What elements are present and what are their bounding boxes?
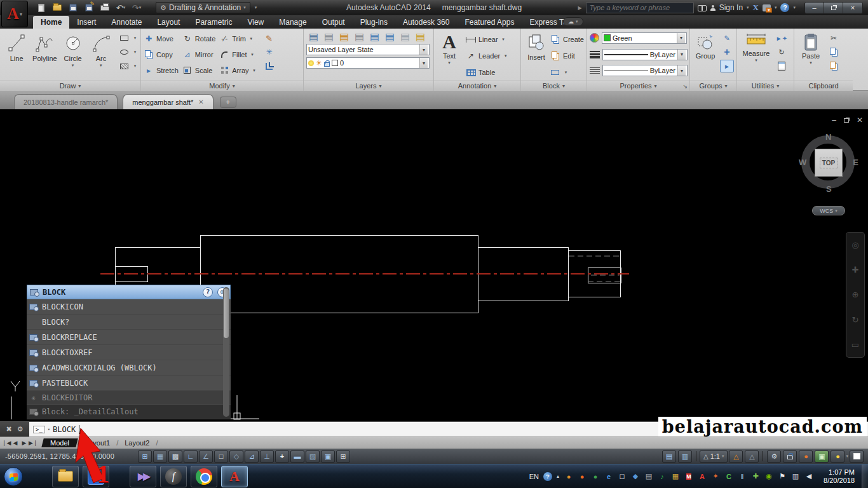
hardware-acceleration-icon[interactable]: ▣ (815, 451, 829, 463)
tray-battery-shield-icon[interactable]: ✚ (750, 471, 761, 482)
layout1-tab[interactable]: Layout1 (79, 439, 116, 447)
annotation-scale-button[interactable]: △ 1:1 ▾ (700, 451, 728, 463)
show-desktop-button[interactable] (862, 464, 868, 488)
layer-unisolate-icon[interactable]: ▤ (383, 30, 397, 42)
layer-properties-icon[interactable]: ▤ (306, 30, 321, 42)
isolate-objects-icon[interactable]: ● (799, 451, 813, 463)
panel-launcher-icon[interactable]: ↘ (682, 83, 688, 90)
next-layout-button[interactable]: ▶ (20, 440, 29, 446)
move-button[interactable]: ✚Move (144, 30, 179, 46)
help-button[interactable]: ? (780, 3, 789, 12)
lineweight-combo[interactable]: ByLayer ▾ (602, 49, 688, 60)
app-menu-button[interactable]: A▾ (1, 1, 28, 27)
chevron-down-icon[interactable]: ▾ (775, 5, 777, 10)
suggestion-item-disabled[interactable]: Block: _DetailCallout (27, 405, 231, 419)
chevron-down-icon[interactable]: ▾ (501, 37, 506, 42)
undo-button[interactable]: ↶▾ (115, 3, 126, 13)
suggestion-item[interactable]: BLOCKICON (27, 299, 231, 315)
autodesk-360-icon[interactable] (763, 4, 771, 11)
wcs-button[interactable]: WCS▾ (812, 206, 845, 215)
tray-signal-icon[interactable]: ‖ (737, 471, 747, 482)
plot-button[interactable] (99, 3, 111, 13)
compass-west[interactable]: W (799, 158, 806, 167)
ribbon-tab[interactable]: Layout (149, 16, 187, 29)
quick-view-layouts-icon[interactable]: ▥ (678, 451, 692, 463)
ribbon-tab[interactable]: Featured Apps (457, 16, 522, 29)
cut-button[interactable]: ✂ (827, 32, 841, 44)
transparency-icon[interactable]: ▨ (306, 451, 320, 463)
create-block-button[interactable]: Create (550, 32, 584, 47)
workspace-switcher[interactable]: ⚙ Drafting & Annotation ▾ (156, 2, 250, 13)
file-tab-active[interactable]: menggambar shaft*✕ (123, 94, 213, 109)
tray-flag-icon[interactable]: ⚑ (777, 471, 787, 482)
panel-label-layers[interactable]: Layers▾ (304, 80, 433, 91)
attribute-button[interactable]: ▾ (550, 65, 584, 80)
infer-constraints-icon[interactable]: ⊞ (138, 451, 152, 463)
connect-dropdown-button[interactable]: ☁︎▾ (563, 17, 583, 26)
minimize-button[interactable]: – (805, 3, 824, 13)
snap-mode-icon[interactable]: ▦ (153, 451, 167, 463)
chevron-down-icon[interactable]: ▾ (252, 68, 257, 73)
popup-scrollbar[interactable] (223, 287, 229, 417)
tray-calendar-icon[interactable]: ▦ (670, 471, 681, 482)
grid-display-icon[interactable]: ▩ (168, 451, 182, 463)
layer-freeze-icon[interactable]: ▤ (398, 30, 412, 42)
linear-dimension-button[interactable]: Linear▾ (466, 32, 508, 47)
new-drawing-tab-button[interactable]: + (220, 97, 236, 108)
object-snap-tracking-icon[interactable]: ⊿ (245, 451, 259, 463)
qat-customize-button[interactable]: ▾ (255, 5, 257, 10)
circle-button[interactable]: Circle ▾ (59, 30, 87, 79)
copy-clip-button[interactable] (827, 46, 841, 58)
tray-globe-icon[interactable]: ● (590, 471, 600, 482)
rectangle-button[interactable] (117, 32, 131, 44)
color-wheel-icon[interactable] (590, 33, 599, 43)
tray-nvidia-icon[interactable]: ◉ (764, 471, 774, 482)
tray-volume-icon[interactable]: ◀ (804, 471, 814, 482)
suggestion-item[interactable]: BLOCKTOXREF (27, 345, 231, 360)
ribbon-tab[interactable]: Home (33, 16, 69, 29)
ribbon-tab[interactable]: Parametric (187, 16, 240, 29)
chevron-down-icon[interactable]: ▾ (793, 5, 796, 10)
offset-button[interactable] (262, 60, 276, 72)
command-input[interactable]: BLOCK (53, 425, 76, 434)
clean-screen-icon[interactable] (850, 451, 864, 463)
close-button[interactable]: × (843, 3, 862, 13)
layout2-tab[interactable]: Layout2 (118, 439, 156, 447)
explode-button[interactable]: ✳ (262, 46, 276, 58)
group-select-button[interactable]: ► (720, 60, 734, 72)
group-button[interactable]: Group (693, 30, 718, 79)
chevron-down-icon[interactable]: ▾ (132, 36, 138, 41)
last-layout-button[interactable]: ▶❘ (29, 440, 37, 446)
chevron-down-icon[interactable]: ▾ (250, 52, 255, 57)
taskbar-clock[interactable]: 1:07 PM 8/20/2018 (824, 468, 855, 485)
drawing-canvas[interactable]: – ✕ N W E S TOP WCS▾ ◎ ✚ ⊕ ↻ ▭ BLOCK ? (0, 109, 868, 421)
quick-properties-icon[interactable]: ▣ (321, 451, 335, 463)
tray-network-icon[interactable]: ▥ (790, 471, 801, 482)
save-button[interactable] (67, 3, 79, 13)
chevron-down-icon[interactable]: ▾ (503, 53, 508, 58)
erase-button[interactable]: ✎ (262, 32, 276, 44)
paste-special-button[interactable] (827, 60, 841, 72)
stretch-button[interactable]: ▸Stretch (144, 62, 179, 78)
ribbon-tab[interactable]: Plug-ins (353, 16, 395, 29)
annotation-visibility-icon[interactable]: △ (729, 451, 743, 463)
table-button[interactable]: Table (466, 65, 508, 80)
redo-button[interactable]: ↷▾ (131, 3, 142, 13)
group-edit-button[interactable]: ✎ (720, 32, 734, 44)
panel-label-groups[interactable]: Groups▾ (690, 80, 736, 91)
suggestion-item-disabled[interactable]: ✳BLOCKEDITOR+ (27, 391, 231, 405)
polyline-button[interactable]: Polyline (31, 30, 58, 79)
scale-button[interactable]: Scale (182, 62, 215, 78)
object-color-combo[interactable]: Green ▾ (602, 32, 687, 44)
chevron-down-icon[interactable]: ▾ (132, 50, 138, 55)
tray-orange-circle-icon[interactable]: ● (564, 471, 574, 482)
search-input[interactable] (586, 3, 694, 13)
lineweight-list-icon[interactable] (590, 51, 600, 58)
panel-label-clipboard[interactable]: Clipboard (794, 80, 853, 91)
panel-label-properties[interactable]: Properties▾↘ (587, 80, 689, 91)
layer-prev-icon[interactable]: ▤ (352, 30, 367, 42)
prev-layout-button[interactable]: ◀ (11, 440, 20, 446)
suggestion-item[interactable]: ACADWBLOCKDIALOG (WBLOCK) (27, 360, 231, 376)
copy-button[interactable]: Copy (144, 46, 179, 62)
layer-combo[interactable]: ☀ 0 ▾ (306, 57, 430, 69)
